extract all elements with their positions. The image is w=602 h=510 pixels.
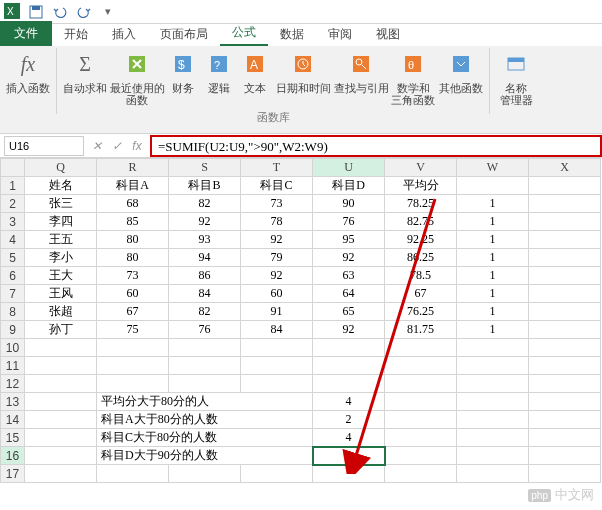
cell[interactable] bbox=[241, 375, 313, 393]
cell[interactable] bbox=[313, 465, 385, 483]
cancel-icon[interactable]: ✕ bbox=[88, 137, 106, 155]
cell[interactable] bbox=[529, 231, 601, 249]
cell[interactable]: 孙丁 bbox=[25, 321, 97, 339]
cell[interactable]: 82.75 bbox=[385, 213, 457, 231]
cell[interactable]: 73 bbox=[241, 195, 313, 213]
cell[interactable]: 84 bbox=[169, 285, 241, 303]
col-header[interactable]: V bbox=[385, 159, 457, 177]
cell[interactable]: 75 bbox=[97, 321, 169, 339]
cell[interactable]: 79 bbox=[241, 249, 313, 267]
financial-button[interactable]: $ 财务 bbox=[165, 48, 201, 106]
cell[interactable]: 科目D bbox=[313, 177, 385, 195]
cell[interactable] bbox=[385, 411, 457, 429]
cell[interactable]: 80 bbox=[97, 249, 169, 267]
cell[interactable]: 张三 bbox=[25, 195, 97, 213]
cell[interactable]: 2 bbox=[313, 411, 385, 429]
tab-data[interactable]: 数据 bbox=[268, 23, 316, 46]
enter-icon[interactable]: ✓ bbox=[108, 137, 126, 155]
cell[interactable] bbox=[529, 195, 601, 213]
cell[interactable]: 60 bbox=[241, 285, 313, 303]
cell[interactable] bbox=[241, 465, 313, 483]
cell[interactable]: 1 bbox=[457, 285, 529, 303]
cell[interactable]: 85 bbox=[97, 213, 169, 231]
cell[interactable] bbox=[529, 249, 601, 267]
cell[interactable] bbox=[97, 357, 169, 375]
cell[interactable] bbox=[529, 357, 601, 375]
cell[interactable]: 1 bbox=[457, 249, 529, 267]
more-functions-button[interactable]: 其他函数 bbox=[437, 48, 485, 106]
cell[interactable]: 65 bbox=[313, 303, 385, 321]
row-header[interactable]: 15 bbox=[1, 429, 25, 447]
cell[interactable]: 93 bbox=[169, 231, 241, 249]
cell[interactable]: 科目C大于80分的人数 bbox=[97, 429, 313, 447]
name-box[interactable] bbox=[4, 136, 84, 156]
cell[interactable] bbox=[241, 357, 313, 375]
row-header[interactable]: 10 bbox=[1, 339, 25, 357]
tab-review[interactable]: 审阅 bbox=[316, 23, 364, 46]
cell[interactable]: 92 bbox=[169, 213, 241, 231]
cell[interactable] bbox=[97, 465, 169, 483]
cell[interactable]: 张超 bbox=[25, 303, 97, 321]
text-button[interactable]: A 文本 bbox=[237, 48, 273, 106]
tab-file[interactable]: 文件 bbox=[0, 21, 52, 46]
cell[interactable]: 科目D大于90分的人数 bbox=[97, 447, 313, 465]
cell[interactable] bbox=[313, 357, 385, 375]
cell[interactable]: 4 bbox=[313, 393, 385, 411]
cell[interactable] bbox=[169, 375, 241, 393]
cell[interactable] bbox=[385, 465, 457, 483]
recent-functions-button[interactable]: 最近使用的 函数 bbox=[109, 48, 165, 106]
cell[interactable]: 86.25 bbox=[385, 249, 457, 267]
cell[interactable]: 1 bbox=[457, 303, 529, 321]
cell[interactable]: 67 bbox=[385, 285, 457, 303]
name-manager-button[interactable]: 名称 管理器 bbox=[494, 48, 538, 106]
cell[interactable]: 科目A bbox=[97, 177, 169, 195]
cell[interactable] bbox=[25, 429, 97, 447]
cell[interactable]: 科目A大于80分的人数 bbox=[97, 411, 313, 429]
cell[interactable]: 76.25 bbox=[385, 303, 457, 321]
cell[interactable] bbox=[529, 321, 601, 339]
cell[interactable] bbox=[457, 429, 529, 447]
cell[interactable] bbox=[529, 411, 601, 429]
cell[interactable]: 92 bbox=[241, 231, 313, 249]
cell[interactable]: 平均分 bbox=[385, 177, 457, 195]
cell[interactable]: 平均分大于80分的人 bbox=[97, 393, 313, 411]
cell[interactable]: 92.25 bbox=[385, 231, 457, 249]
cell[interactable]: 82 bbox=[169, 195, 241, 213]
cell[interactable]: 73 bbox=[97, 267, 169, 285]
cell[interactable]: 76 bbox=[313, 213, 385, 231]
undo-icon[interactable] bbox=[50, 2, 70, 22]
cell[interactable]: 科目B bbox=[169, 177, 241, 195]
row-header[interactable]: 11 bbox=[1, 357, 25, 375]
cell[interactable]: 92 bbox=[313, 321, 385, 339]
cell[interactable] bbox=[457, 465, 529, 483]
cell[interactable]: 78 bbox=[241, 213, 313, 231]
cell[interactable]: 82 bbox=[169, 303, 241, 321]
cell[interactable]: 1 bbox=[457, 321, 529, 339]
worksheet[interactable]: Q R S T U V W X 1姓名科目A科目B科目C科目D平均分2张三688… bbox=[0, 158, 602, 483]
cell[interactable]: 81.75 bbox=[385, 321, 457, 339]
cell[interactable]: 78.25 bbox=[385, 195, 457, 213]
row-header[interactable]: 5 bbox=[1, 249, 25, 267]
cell[interactable]: 92 bbox=[313, 249, 385, 267]
cell[interactable] bbox=[529, 465, 601, 483]
col-header[interactable]: R bbox=[97, 159, 169, 177]
cell[interactable] bbox=[457, 177, 529, 195]
cell[interactable]: 姓名 bbox=[25, 177, 97, 195]
cell[interactable] bbox=[25, 375, 97, 393]
cell[interactable] bbox=[529, 303, 601, 321]
tab-insert[interactable]: 插入 bbox=[100, 23, 148, 46]
cell[interactable] bbox=[385, 357, 457, 375]
row-header[interactable]: 3 bbox=[1, 213, 25, 231]
row-header[interactable]: 12 bbox=[1, 375, 25, 393]
cell[interactable] bbox=[385, 375, 457, 393]
cell[interactable] bbox=[97, 339, 169, 357]
cell[interactable]: 68 bbox=[97, 195, 169, 213]
cell[interactable] bbox=[97, 375, 169, 393]
cell[interactable]: 科目C bbox=[241, 177, 313, 195]
row-header[interactable]: 16 bbox=[1, 447, 25, 465]
select-all-corner[interactable] bbox=[1, 159, 25, 177]
row-header[interactable]: 17 bbox=[1, 465, 25, 483]
row-header[interactable]: 14 bbox=[1, 411, 25, 429]
col-header[interactable]: W bbox=[457, 159, 529, 177]
math-trig-button[interactable]: θ 数学和 三角函数 bbox=[389, 48, 437, 106]
